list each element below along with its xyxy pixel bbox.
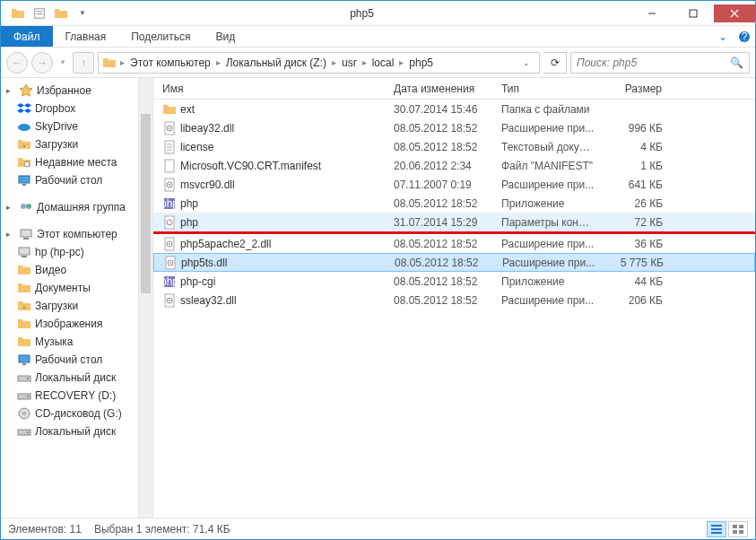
chevron-right-icon[interactable]: ▸ [397,57,405,67]
close-button[interactable] [714,4,755,22]
file-row[interactable]: phpphp08.05.2012 18:52Приложение26 КБ [153,194,755,213]
nav-item[interactable]: Загрузки [1,135,152,153]
expand-icon[interactable]: ▸ [6,86,15,95]
ribbon-collapse-icon[interactable]: ⌄ [712,26,734,47]
column-date[interactable]: Дата изменения [387,83,494,95]
nav-label: SkyDrive [35,120,78,133]
file-row[interactable]: license08.05.2012 18:52Текстовый докум..… [153,137,755,156]
breadcrumb[interactable]: local [369,57,398,69]
search-input[interactable] [577,57,730,69]
tab-home[interactable]: Главная [53,26,119,47]
downloads-icon [17,137,31,152]
file-icon [162,159,177,173]
nav-item[interactable]: Локальный диск [1,369,152,387]
file-row[interactable]: php5apache2_2.dll08.05.2012 18:52Расшире… [153,234,755,253]
new-folder-icon[interactable] [51,4,71,23]
file-row[interactable]: php5ts.dll08.05.2012 18:52Расширение при… [153,253,755,272]
nav-item[interactable]: hp (hp-pc) [1,243,152,261]
nav-item[interactable]: Рабочий стол [1,351,152,369]
nav-item[interactable]: Недавние места [1,153,152,171]
breadcrumb[interactable]: Локальный диск (Z:) [222,57,330,69]
chevron-right-icon[interactable]: ▸ [214,57,222,67]
file-type: Расширение при... [495,257,603,269]
scrollbar[interactable] [138,78,152,518]
file-row[interactable]: Microsoft.VC90.CRT.manifest20.06.2012 2:… [153,156,755,175]
nav-group-header[interactable]: ▸Этот компьютер [1,225,152,243]
tab-view[interactable]: Вид [203,26,248,47]
qat-dropdown-icon[interactable]: ▼ [73,4,92,23]
minimize-button[interactable] [631,4,673,22]
nav-item[interactable]: Изображения [1,315,152,333]
history-dropdown-icon[interactable]: ▼ [56,52,69,74]
file-date: 07.11.2007 0:19 [387,179,494,191]
nav-group-header[interactable]: ▸Домашняя группа [1,198,152,216]
file-row[interactable]: phpphp-cgi08.05.2012 18:52Приложение44 К… [153,272,755,291]
nav-item[interactable]: CD-дисковод (G:) [1,405,152,422]
tab-share[interactable]: Поделиться [118,26,203,47]
nav-item[interactable]: Музыка [1,333,152,351]
address-bar[interactable]: ▸ Этот компьютер ▸ Локальный диск (Z:) ▸… [98,52,540,74]
forward-button[interactable]: → [31,52,53,74]
up-button[interactable]: ↑ [73,52,94,74]
file-size: 206 КБ [602,294,670,307]
expand-icon[interactable]: ▸ [6,230,15,239]
file-row[interactable]: ext30.07.2014 15:46Папка с файлами [153,100,755,118]
details-view-icon[interactable] [707,521,726,537]
chevron-right-icon[interactable]: ▸ [361,57,369,67]
file-row[interactable]: ssleay32.dll08.05.2012 18:52Расширение п… [153,291,755,309]
tab-file[interactable]: Файл [1,26,53,47]
file-name: license [180,141,213,153]
nav-item[interactable]: Рабочий стол [1,171,152,189]
nav-item[interactable]: SkyDrive [1,118,152,135]
file-name: php5apache2_2.dll [180,238,271,250]
svg-point-28 [27,431,29,433]
nav-group-header[interactable]: ▸Избранное [1,82,152,100]
column-type[interactable]: Тип [494,83,602,95]
column-size[interactable]: Размер [602,83,670,95]
svg-rect-57 [711,532,722,534]
selection-info: Выбран 1 элемент: 71,4 КБ [94,523,230,536]
search-box[interactable]: 🔍 [570,52,750,74]
folder-icon [8,4,28,23]
desktop-icon [17,173,31,187]
nav-item[interactable]: Видео [1,261,152,279]
back-button[interactable]: ← [6,52,28,74]
nav-item[interactable]: Локальный диск [1,422,152,440]
column-name[interactable]: Имя [153,83,387,95]
nav-label: Загрузки [35,138,78,151]
refresh-button[interactable]: ⟳ [543,52,567,74]
dll-icon [162,178,177,192]
chevron-right-icon[interactable]: ▸ [330,57,338,67]
svg-rect-1 [37,11,43,12]
thumbnails-view-icon[interactable] [728,521,748,537]
file-type: Приложение [494,275,602,288]
search-icon[interactable]: 🔍 [730,57,743,69]
breadcrumb[interactable]: Этот компьютер [126,57,214,69]
nav-item[interactable]: RECOVERY (D:) [1,387,152,405]
chevron-right-icon[interactable]: ▸ [118,57,126,67]
svg-point-9 [18,124,30,131]
svg-point-46 [169,243,170,245]
file-row[interactable]: libeay32.dll08.05.2012 18:52Расширение п… [153,118,755,137]
nav-label: Локальный диск [35,425,116,438]
address-dropdown-icon[interactable]: ⌄ [517,58,535,67]
properties-icon[interactable] [30,4,49,23]
file-size: 36 КБ [602,238,670,250]
file-row[interactable]: php31.07.2014 15:29Параметры конф...72 К… [153,213,755,231]
file-name: php-cgi [180,275,215,288]
nav-item[interactable]: Dropbox [1,100,152,118]
file-name: msvcr90.dll [180,179,235,191]
scroll-thumb[interactable] [141,114,151,293]
breadcrumb[interactable]: php5 [405,57,437,69]
svg-rect-58 [733,525,737,528]
maximize-button[interactable] [673,4,714,22]
svg-rect-20 [22,363,26,365]
folder-icon [102,56,117,70]
file-row[interactable]: msvcr90.dll07.11.2007 0:19Расширение при… [153,175,755,194]
help-icon[interactable]: ? [734,26,755,47]
nav-item[interactable]: Документы [1,279,152,297]
expand-icon[interactable]: ▸ [6,203,15,212]
nav-item[interactable]: Загрузки [1,297,152,315]
txt-icon [162,140,177,154]
breadcrumb[interactable]: usr [338,57,361,69]
